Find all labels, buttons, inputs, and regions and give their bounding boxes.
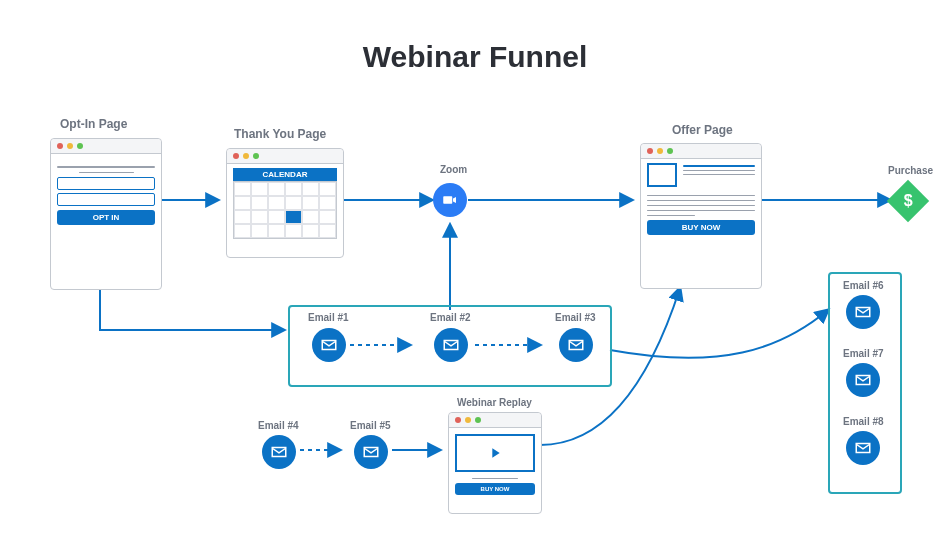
email6-label: Email #6 — [843, 280, 884, 291]
mail-icon — [320, 336, 338, 354]
email5-node — [354, 435, 388, 469]
email8-node — [846, 431, 880, 465]
replay-buy-button: BUY NOW — [455, 483, 535, 495]
email1-label: Email #1 — [308, 312, 349, 323]
calendar-icon — [233, 181, 337, 239]
offer-buy-button: BUY NOW — [647, 220, 755, 235]
mail-icon — [270, 443, 288, 461]
email8-label: Email #8 — [843, 416, 884, 427]
email1-node — [312, 328, 346, 362]
calendar-label: CALENDAR — [233, 168, 337, 181]
zoom-node — [433, 183, 467, 217]
thanks-window: CALENDAR — [226, 148, 344, 258]
email4-node — [262, 435, 296, 469]
optin-window: OPT IN — [50, 138, 162, 290]
diagram-canvas: Webinar Funnel — [0, 0, 950, 540]
email5-label: Email #5 — [350, 420, 391, 431]
video-icon — [441, 191, 459, 209]
email4-label: Email #4 — [258, 420, 299, 431]
email7-node — [846, 363, 880, 397]
offer-label: Offer Page — [672, 123, 733, 137]
email2-label: Email #2 — [430, 312, 471, 323]
mail-icon — [854, 303, 872, 321]
product-thumb-icon — [647, 163, 677, 187]
mail-icon — [854, 371, 872, 389]
mail-icon — [567, 336, 585, 354]
purchase-label: Purchase — [888, 165, 933, 176]
replay-label: Webinar Replay — [457, 397, 532, 408]
email2-node — [434, 328, 468, 362]
optin-button: OPT IN — [57, 210, 155, 225]
offer-window: BUY NOW — [640, 143, 762, 289]
play-icon — [455, 434, 535, 472]
dollar-icon: $ — [904, 192, 913, 210]
mail-icon — [362, 443, 380, 461]
replay-window: BUY NOW — [448, 412, 542, 514]
email6-node — [846, 295, 880, 329]
email3-node — [559, 328, 593, 362]
optin-label: Opt-In Page — [60, 117, 127, 131]
mail-icon — [854, 439, 872, 457]
email3-label: Email #3 — [555, 312, 596, 323]
email7-label: Email #7 — [843, 348, 884, 359]
mail-icon — [442, 336, 460, 354]
thanks-label: Thank You Page — [234, 127, 326, 141]
zoom-label: Zoom — [440, 164, 467, 175]
